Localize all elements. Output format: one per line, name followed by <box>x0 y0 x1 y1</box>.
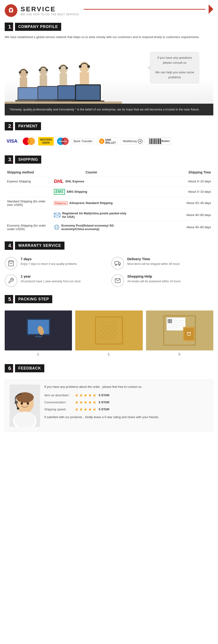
cs-illustration <box>5 42 122 104</box>
warranty-grid: 7 days Enjoy 7 days to return if any qua… <box>5 257 213 287</box>
feedback-footer: If satisfied with our products，kindly le… <box>44 415 208 420</box>
table-row: Registered Air Mail(china post/e packet-… <box>5 209 213 221</box>
warranty-text-7days: 7 days Enjoy 7 days to return if any qua… <box>21 257 77 266</box>
feedback-row-communication: Communication : ★★★★★ 5 STAR <box>44 400 208 405</box>
svg-rect-38 <box>157 138 158 144</box>
time-ali: About 20~45 days <box>131 197 213 209</box>
table-row: Express Shipping DHL DHL Express About 3… <box>5 176 213 186</box>
feedback-label-communication: Communication : <box>44 400 75 404</box>
svg-point-104 <box>17 407 19 410</box>
shipping-section: Shipping method Courier Shipping Time Ex… <box>0 166 218 238</box>
customer-service-image: If you have any questions please consult… <box>5 42 213 104</box>
section-number-1: 1. <box>5 22 13 31</box>
feedback-section: If you have any problems about the order… <box>0 375 218 436</box>
svg-rect-36 <box>156 138 156 144</box>
packing-box-2 <box>75 310 142 350</box>
packing-label-2: 2. <box>108 352 110 356</box>
warranty-text-1year: 1 year All products have 1 year warranty… <box>21 274 81 284</box>
table-row: Standard Shipping (for order over USD5) … <box>5 197 213 209</box>
section-number-2: 2. <box>5 122 13 130</box>
svg-rect-41 <box>160 138 160 144</box>
section-company-header: 1. COMPANY PROFILE <box>5 22 213 31</box>
col-courier: Courier <box>52 168 131 176</box>
section-label-warranty: WARRANTY SERVICE <box>15 242 64 250</box>
courier-dhl: DHL DHL Express <box>52 176 131 186</box>
svg-rect-12 <box>38 87 58 99</box>
speech-text: If you have any questions please consult… <box>154 56 195 65</box>
col-method: Shipping method <box>5 168 52 176</box>
stars-described: ★★★★★ <box>75 393 96 398</box>
warranty-item-1year: 1 year All products have 1 year warranty… <box>5 274 107 287</box>
svg-rect-62 <box>96 318 122 344</box>
col-time: Shipping Time <box>131 168 213 176</box>
courier-ems: EMS EMS Shipping <box>52 186 131 197</box>
ali-logo: Alixpress <box>54 201 68 205</box>
warranty-item-delivery: Delivery Time Most items will be shipped… <box>111 257 213 270</box>
feedback-row-shipping: Shipping speed: ★★★★★ 5 STAR <box>44 407 208 412</box>
section-label-shipping: SHIPPING <box>15 156 41 164</box>
svg-rect-52 <box>115 261 119 264</box>
stars-communication: ★★★★★ <box>75 400 96 405</box>
warranty-desc-help: All emails will be answered within 24 ho… <box>127 279 181 284</box>
method-express: Express Shipping <box>5 176 52 186</box>
svg-rect-30 <box>150 138 150 144</box>
feedback-label-described: Item as described : <box>44 394 75 397</box>
visa-logo: VISA <box>5 138 19 145</box>
method-empty-1 <box>5 186 52 197</box>
svg-rect-40 <box>159 138 159 144</box>
warranty-desc-delivery: Most items will be shipped within 48 hou… <box>127 262 180 266</box>
bank-transfer-logo: Bank Transfer <box>72 138 94 144</box>
warranty-item-7days: 7 days Enjoy 7 days to return if any qua… <box>5 257 107 270</box>
svg-point-17 <box>66 67 68 69</box>
warranty-title-7days: 7 days <box>21 257 77 261</box>
section-label-payment: PAYMENT <box>15 122 41 130</box>
time-dhl: About 3~10 days <box>131 176 213 186</box>
svg-point-100 <box>21 402 23 405</box>
service-header: SERVICE WE USE OUR TO DO THE BEST SERVIC… <box>0 0 218 19</box>
dhl-logo: DHL <box>54 179 64 184</box>
method-empty-2 <box>5 209 52 221</box>
packing-img-3: 3. <box>146 310 213 356</box>
svg-rect-90 <box>171 319 171 323</box>
wrench-icon <box>8 278 14 284</box>
warranty-title-1year: 1 year <box>21 274 81 278</box>
courier-airmail: Registered Air Mail(china post/e packet-… <box>52 209 131 221</box>
time-airmail: About 40~60 days <box>131 209 213 221</box>
stars-shipping: ★★★★★ <box>75 407 96 412</box>
warranty-desc-1year: All products have 1 year warranty from o… <box>21 279 81 284</box>
speech-bubble: If you have any questions please consult… <box>150 52 199 84</box>
packing-section: 1. <box>0 306 218 361</box>
service-title-line <box>84 9 205 10</box>
cart-icon <box>8 260 14 266</box>
warranty-text-help: Shopping Help All emails will be answere… <box>127 274 181 284</box>
section-feedback-header: 6. FEEDBACK <box>5 364 213 372</box>
rating-communication: 5 STAR <box>99 400 109 404</box>
packing-label-3: 3. <box>178 352 181 356</box>
table-row: Economy Shipping (for order under USD5) … <box>5 221 213 234</box>
warranty-icon-mail <box>111 274 124 287</box>
packing-label-1: 1. <box>37 352 40 356</box>
svg-point-94 <box>187 332 189 334</box>
section-label-packing: PACKING STEP <box>15 295 52 303</box>
feedback-label-shipping: Shipping speed: <box>44 408 75 411</box>
company-profile-section: We have established a global service net… <box>0 34 218 119</box>
warranty-title-delivery: Delivery Time <box>127 257 180 261</box>
svg-point-2 <box>19 71 21 74</box>
warranty-icon-cart <box>5 257 17 270</box>
svg-point-101 <box>27 402 29 405</box>
warranty-desc-7days: Enjoy 7 days to return if any quality pr… <box>21 262 77 266</box>
globe-post-icon <box>54 224 60 231</box>
method-economy: Economy Shipping (for order under USD5) <box>5 221 52 234</box>
warranty-title-help: Shopping Help <box>127 274 181 278</box>
western-union-logo: WESTERNUNION <box>38 137 54 146</box>
ems-logo: EMS <box>54 189 65 194</box>
webmoney-logo: WebMoney W <box>121 138 145 144</box>
section-label-feedback: FEEDBACK <box>15 364 44 372</box>
barcode-icon <box>149 138 161 144</box>
mail-icon <box>114 278 121 283</box>
airmail-icon <box>54 212 60 218</box>
svg-rect-87 <box>168 319 168 323</box>
warranty-section: 7 days Enjoy 7 days to return if any qua… <box>0 252 218 292</box>
svg-rect-28 <box>5 102 122 104</box>
svg-rect-89 <box>169 319 170 323</box>
